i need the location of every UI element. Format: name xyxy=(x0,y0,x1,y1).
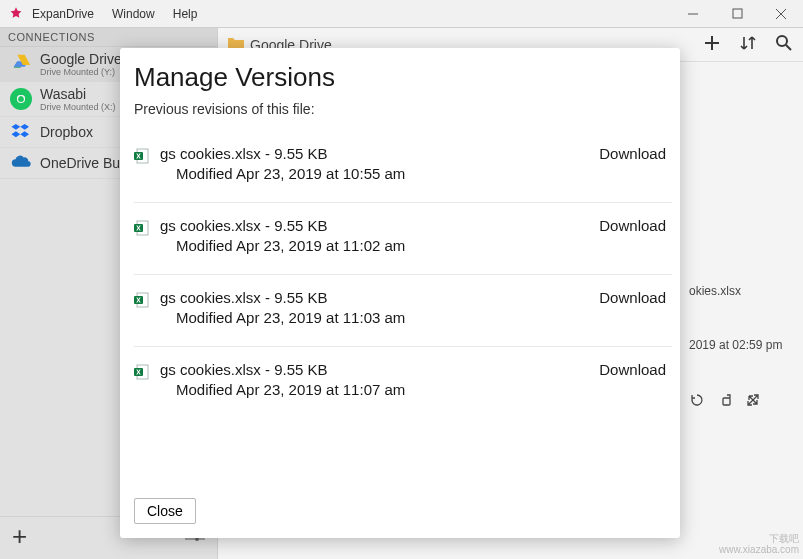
download-link[interactable]: Download xyxy=(599,289,666,326)
window-controls xyxy=(671,0,803,28)
close-dialog-button[interactable]: Close xyxy=(134,498,196,524)
excel-file-icon xyxy=(134,148,150,164)
minimize-button[interactable] xyxy=(671,0,715,28)
excel-file-icon xyxy=(134,220,150,236)
excel-file-icon xyxy=(134,364,150,380)
app-icon xyxy=(8,6,24,22)
version-item: gs cookies.xlsx - 9.55 KBModified Apr 23… xyxy=(134,275,672,347)
version-modified: Modified Apr 23, 2019 at 11:02 am xyxy=(176,237,589,254)
version-item: gs cookies.xlsx - 9.55 KBModified Apr 23… xyxy=(134,203,672,275)
menu-help[interactable]: Help xyxy=(173,7,198,21)
version-filename: gs cookies.xlsx - 9.55 KB xyxy=(160,217,589,234)
svg-rect-1 xyxy=(733,9,742,18)
version-filename: gs cookies.xlsx - 9.55 KB xyxy=(160,289,589,306)
version-list[interactable]: gs cookies.xlsx - 9.55 KBModified Apr 23… xyxy=(134,131,680,488)
version-filename: gs cookies.xlsx - 9.55 KB xyxy=(160,145,589,162)
dialog-title: Manage Versions xyxy=(134,62,680,93)
version-modified: Modified Apr 23, 2019 at 11:07 am xyxy=(176,381,589,398)
excel-file-icon xyxy=(134,292,150,308)
version-item: gs cookies.xlsx - 9.55 KBModified Apr 23… xyxy=(134,347,672,418)
version-filename: gs cookies.xlsx - 9.55 KB xyxy=(160,361,589,378)
close-button[interactable] xyxy=(759,0,803,28)
download-link[interactable]: Download xyxy=(599,217,666,254)
version-modified: Modified Apr 23, 2019 at 11:03 am xyxy=(176,309,589,326)
version-modified: Modified Apr 23, 2019 at 10:55 am xyxy=(176,165,589,182)
app-name: ExpanDrive xyxy=(32,7,94,21)
maximize-button[interactable] xyxy=(715,0,759,28)
download-link[interactable]: Download xyxy=(599,145,666,182)
download-link[interactable]: Download xyxy=(599,361,666,398)
dialog-subtitle: Previous revisions of this file: xyxy=(134,101,680,117)
menu-window[interactable]: Window xyxy=(112,7,155,21)
manage-versions-dialog: Manage Versions Previous revisions of th… xyxy=(120,48,680,538)
titlebar: ExpanDrive Window Help xyxy=(0,0,803,28)
version-item: gs cookies.xlsx - 9.55 KBModified Apr 23… xyxy=(134,131,672,203)
